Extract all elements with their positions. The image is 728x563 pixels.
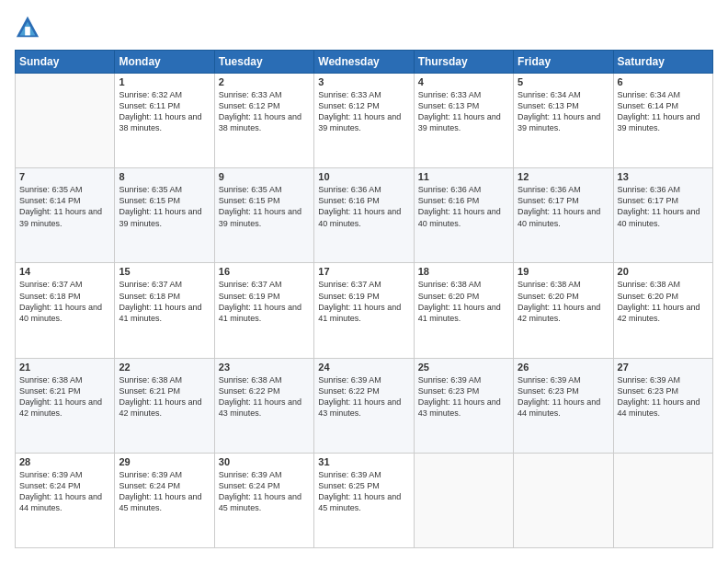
day-number: 15 xyxy=(119,266,210,277)
calendar-header-saturday: Saturday xyxy=(613,51,712,74)
day-info: Sunrise: 6:39 AMSunset: 6:22 PMDaylight:… xyxy=(318,374,409,419)
day-number: 29 xyxy=(119,456,210,467)
day-info: Sunrise: 6:39 AMSunset: 6:25 PMDaylight:… xyxy=(318,469,409,514)
calendar-day-cell: 8Sunrise: 6:35 AMSunset: 6:15 PMDaylight… xyxy=(115,168,214,263)
calendar-day-cell: 23Sunrise: 6:38 AMSunset: 6:22 PMDayligh… xyxy=(214,358,313,453)
day-number: 2 xyxy=(219,76,310,87)
day-number: 22 xyxy=(119,362,210,373)
day-number: 5 xyxy=(518,76,609,87)
day-number: 3 xyxy=(318,76,409,87)
day-number: 19 xyxy=(518,266,609,277)
day-number: 26 xyxy=(518,362,609,373)
day-info: Sunrise: 6:37 AMSunset: 6:18 PMDaylight:… xyxy=(19,279,110,324)
day-info: Sunrise: 6:37 AMSunset: 6:18 PMDaylight:… xyxy=(119,279,210,324)
day-info: Sunrise: 6:39 AMSunset: 6:23 PMDaylight:… xyxy=(418,374,509,419)
day-number: 10 xyxy=(318,171,409,182)
day-number: 18 xyxy=(418,266,509,277)
day-info: Sunrise: 6:34 AMSunset: 6:13 PMDaylight:… xyxy=(518,89,609,134)
day-number: 4 xyxy=(418,76,509,87)
day-info: Sunrise: 6:38 AMSunset: 6:21 PMDaylight:… xyxy=(19,374,110,419)
calendar-day-cell: 11Sunrise: 6:36 AMSunset: 6:16 PMDayligh… xyxy=(414,168,513,263)
calendar-day-cell: 17Sunrise: 6:37 AMSunset: 6:19 PMDayligh… xyxy=(314,263,414,358)
day-number: 25 xyxy=(418,362,509,373)
calendar-day-cell: 20Sunrise: 6:38 AMSunset: 6:20 PMDayligh… xyxy=(613,263,712,358)
day-info: Sunrise: 6:38 AMSunset: 6:20 PMDaylight:… xyxy=(618,279,709,324)
day-info: Sunrise: 6:36 AMSunset: 6:16 PMDaylight:… xyxy=(418,184,509,229)
day-number: 14 xyxy=(19,266,110,277)
calendar-day-cell: 18Sunrise: 6:38 AMSunset: 6:20 PMDayligh… xyxy=(414,263,513,358)
day-info: Sunrise: 6:37 AMSunset: 6:19 PMDaylight:… xyxy=(318,279,409,324)
page: SundayMondayTuesdayWednesdayThursdayFrid… xyxy=(0,0,728,563)
day-number: 17 xyxy=(318,266,409,277)
day-number: 7 xyxy=(19,171,110,182)
day-info: Sunrise: 6:38 AMSunset: 6:20 PMDaylight:… xyxy=(518,279,609,324)
day-number: 6 xyxy=(618,76,709,87)
day-number: 31 xyxy=(318,456,409,467)
calendar-day-cell: 2Sunrise: 6:33 AMSunset: 6:12 PMDaylight… xyxy=(214,74,313,168)
calendar-week-row: 21Sunrise: 6:38 AMSunset: 6:21 PMDayligh… xyxy=(16,358,713,453)
calendar-header-monday: Monday xyxy=(115,51,214,74)
calendar-day-cell: 6Sunrise: 6:34 AMSunset: 6:14 PMDaylight… xyxy=(613,74,712,168)
day-info: Sunrise: 6:35 AMSunset: 6:15 PMDaylight:… xyxy=(219,184,310,229)
calendar-header-sunday: Sunday xyxy=(16,51,115,74)
day-info: Sunrise: 6:36 AMSunset: 6:17 PMDaylight:… xyxy=(618,184,709,229)
calendar-day-cell: 3Sunrise: 6:33 AMSunset: 6:12 PMDaylight… xyxy=(314,74,414,168)
calendar-week-row: 7Sunrise: 6:35 AMSunset: 6:14 PMDaylight… xyxy=(16,168,713,263)
calendar-day-cell: 14Sunrise: 6:37 AMSunset: 6:18 PMDayligh… xyxy=(16,263,115,358)
day-info: Sunrise: 6:36 AMSunset: 6:17 PMDaylight:… xyxy=(518,184,609,229)
calendar-day-cell xyxy=(613,453,712,547)
day-number: 28 xyxy=(19,456,110,467)
day-info: Sunrise: 6:33 AMSunset: 6:12 PMDaylight:… xyxy=(318,89,409,134)
day-info: Sunrise: 6:32 AMSunset: 6:11 PMDaylight:… xyxy=(119,89,210,134)
calendar-day-cell: 15Sunrise: 6:37 AMSunset: 6:18 PMDayligh… xyxy=(115,263,214,358)
day-info: Sunrise: 6:39 AMSunset: 6:23 PMDaylight:… xyxy=(618,374,709,419)
calendar-week-row: 1Sunrise: 6:32 AMSunset: 6:11 PMDaylight… xyxy=(16,74,713,168)
day-info: Sunrise: 6:35 AMSunset: 6:14 PMDaylight:… xyxy=(19,184,110,229)
logo xyxy=(15,15,44,40)
calendar-day-cell: 5Sunrise: 6:34 AMSunset: 6:13 PMDaylight… xyxy=(514,74,613,168)
day-info: Sunrise: 6:33 AMSunset: 6:12 PMDaylight:… xyxy=(219,89,310,134)
calendar-day-cell: 30Sunrise: 6:39 AMSunset: 6:24 PMDayligh… xyxy=(214,453,313,547)
calendar-week-row: 28Sunrise: 6:39 AMSunset: 6:24 PMDayligh… xyxy=(16,453,713,547)
calendar-day-cell: 21Sunrise: 6:38 AMSunset: 6:21 PMDayligh… xyxy=(16,358,115,453)
day-info: Sunrise: 6:34 AMSunset: 6:14 PMDaylight:… xyxy=(618,89,709,134)
calendar-day-cell: 19Sunrise: 6:38 AMSunset: 6:20 PMDayligh… xyxy=(514,263,613,358)
calendar-day-cell xyxy=(16,74,115,168)
day-number: 21 xyxy=(19,362,110,373)
day-number: 11 xyxy=(418,171,509,182)
day-info: Sunrise: 6:38 AMSunset: 6:20 PMDaylight:… xyxy=(418,279,509,324)
calendar-day-cell: 4Sunrise: 6:33 AMSunset: 6:13 PMDaylight… xyxy=(414,74,513,168)
svg-rect-2 xyxy=(25,27,30,35)
calendar-day-cell: 7Sunrise: 6:35 AMSunset: 6:14 PMDaylight… xyxy=(16,168,115,263)
day-info: Sunrise: 6:36 AMSunset: 6:16 PMDaylight:… xyxy=(318,184,409,229)
calendar-day-cell: 25Sunrise: 6:39 AMSunset: 6:23 PMDayligh… xyxy=(414,358,513,453)
day-info: Sunrise: 6:39 AMSunset: 6:23 PMDaylight:… xyxy=(518,374,609,419)
day-number: 20 xyxy=(618,266,709,277)
calendar-day-cell xyxy=(414,453,513,547)
logo-icon xyxy=(15,15,40,40)
calendar-day-cell: 29Sunrise: 6:39 AMSunset: 6:24 PMDayligh… xyxy=(115,453,214,547)
day-info: Sunrise: 6:35 AMSunset: 6:15 PMDaylight:… xyxy=(119,184,210,229)
day-number: 24 xyxy=(318,362,409,373)
day-info: Sunrise: 6:39 AMSunset: 6:24 PMDaylight:… xyxy=(219,469,310,514)
calendar-day-cell: 26Sunrise: 6:39 AMSunset: 6:23 PMDayligh… xyxy=(514,358,613,453)
calendar-header-wednesday: Wednesday xyxy=(314,51,414,74)
calendar-day-cell: 22Sunrise: 6:38 AMSunset: 6:21 PMDayligh… xyxy=(115,358,214,453)
day-number: 13 xyxy=(618,171,709,182)
day-number: 8 xyxy=(119,171,210,182)
calendar-day-cell: 24Sunrise: 6:39 AMSunset: 6:22 PMDayligh… xyxy=(314,358,414,453)
day-info: Sunrise: 6:38 AMSunset: 6:22 PMDaylight:… xyxy=(219,374,310,419)
day-number: 30 xyxy=(219,456,310,467)
calendar-day-cell: 9Sunrise: 6:35 AMSunset: 6:15 PMDaylight… xyxy=(214,168,313,263)
calendar-header-tuesday: Tuesday xyxy=(214,51,313,74)
calendar-day-cell: 31Sunrise: 6:39 AMSunset: 6:25 PMDayligh… xyxy=(314,453,414,547)
calendar-day-cell: 12Sunrise: 6:36 AMSunset: 6:17 PMDayligh… xyxy=(514,168,613,263)
calendar-table: SundayMondayTuesdayWednesdayThursdayFrid… xyxy=(15,50,713,548)
calendar-week-row: 14Sunrise: 6:37 AMSunset: 6:18 PMDayligh… xyxy=(16,263,713,358)
day-info: Sunrise: 6:38 AMSunset: 6:21 PMDaylight:… xyxy=(119,374,210,419)
day-number: 12 xyxy=(518,171,609,182)
day-number: 23 xyxy=(219,362,310,373)
day-info: Sunrise: 6:33 AMSunset: 6:13 PMDaylight:… xyxy=(418,89,509,134)
calendar-day-cell: 27Sunrise: 6:39 AMSunset: 6:23 PMDayligh… xyxy=(613,358,712,453)
day-number: 9 xyxy=(219,171,310,182)
